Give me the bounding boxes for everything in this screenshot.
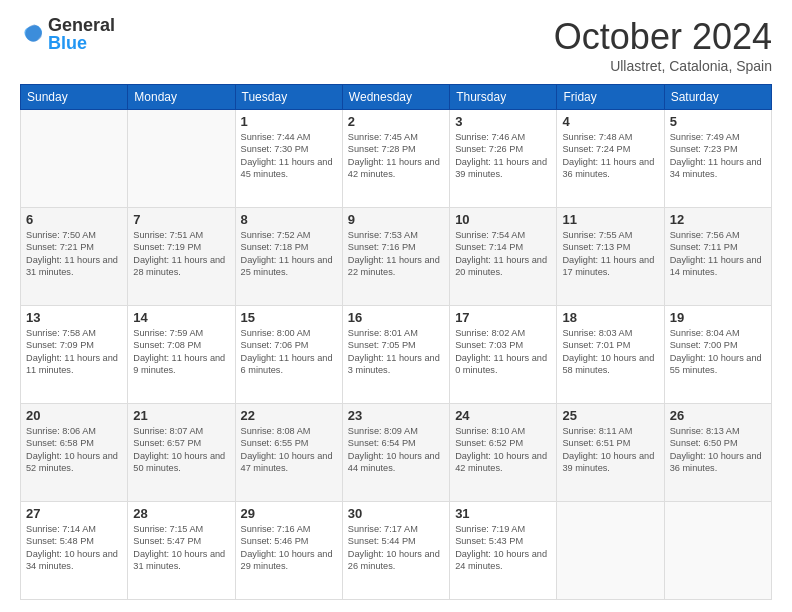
daylight-hours: Daylight: 10 hours and 24 minutes. (455, 549, 547, 571)
daylight-hours: Daylight: 10 hours and 55 minutes. (670, 353, 762, 375)
day-info: Sunrise: 7:48 AM Sunset: 7:24 PM Dayligh… (562, 131, 658, 181)
logo-general: General (48, 16, 115, 34)
table-row (557, 502, 664, 600)
sunrise-time: Sunrise: 8:02 AM (455, 328, 525, 338)
sunset-time: Sunset: 5:47 PM (133, 536, 201, 546)
sunset-time: Sunset: 7:03 PM (455, 340, 523, 350)
col-monday: Monday (128, 85, 235, 110)
day-info: Sunrise: 7:55 AM Sunset: 7:13 PM Dayligh… (562, 229, 658, 279)
day-number: 25 (562, 408, 658, 423)
daylight-hours: Daylight: 10 hours and 47 minutes. (241, 451, 333, 473)
sunset-time: Sunset: 7:13 PM (562, 242, 630, 252)
day-number: 2 (348, 114, 444, 129)
sunrise-time: Sunrise: 8:10 AM (455, 426, 525, 436)
table-row: 20 Sunrise: 8:06 AM Sunset: 6:58 PM Dayl… (21, 404, 128, 502)
sunset-time: Sunset: 7:26 PM (455, 144, 523, 154)
daylight-hours: Daylight: 11 hours and 34 minutes. (670, 157, 762, 179)
day-info: Sunrise: 7:15 AM Sunset: 5:47 PM Dayligh… (133, 523, 229, 573)
day-info: Sunrise: 7:45 AM Sunset: 7:28 PM Dayligh… (348, 131, 444, 181)
sunrise-time: Sunrise: 7:55 AM (562, 230, 632, 240)
table-row: 29 Sunrise: 7:16 AM Sunset: 5:46 PM Dayl… (235, 502, 342, 600)
sunrise-time: Sunrise: 7:14 AM (26, 524, 96, 534)
col-thursday: Thursday (450, 85, 557, 110)
col-sunday: Sunday (21, 85, 128, 110)
table-row: 12 Sunrise: 7:56 AM Sunset: 7:11 PM Dayl… (664, 208, 771, 306)
day-number: 10 (455, 212, 551, 227)
sunrise-time: Sunrise: 7:44 AM (241, 132, 311, 142)
sunrise-time: Sunrise: 8:08 AM (241, 426, 311, 436)
sunset-time: Sunset: 7:23 PM (670, 144, 738, 154)
sunset-time: Sunset: 7:14 PM (455, 242, 523, 252)
table-row: 23 Sunrise: 8:09 AM Sunset: 6:54 PM Dayl… (342, 404, 449, 502)
sunset-time: Sunset: 6:57 PM (133, 438, 201, 448)
col-tuesday: Tuesday (235, 85, 342, 110)
col-wednesday: Wednesday (342, 85, 449, 110)
day-info: Sunrise: 8:00 AM Sunset: 7:06 PM Dayligh… (241, 327, 337, 377)
title-section: October 2024 Ullastret, Catalonia, Spain (554, 16, 772, 74)
sunset-time: Sunset: 7:05 PM (348, 340, 416, 350)
table-row: 27 Sunrise: 7:14 AM Sunset: 5:48 PM Dayl… (21, 502, 128, 600)
subtitle: Ullastret, Catalonia, Spain (554, 58, 772, 74)
sunrise-time: Sunrise: 7:50 AM (26, 230, 96, 240)
sunset-time: Sunset: 7:30 PM (241, 144, 309, 154)
sunrise-time: Sunrise: 8:00 AM (241, 328, 311, 338)
sunset-time: Sunset: 5:43 PM (455, 536, 523, 546)
day-info: Sunrise: 7:16 AM Sunset: 5:46 PM Dayligh… (241, 523, 337, 573)
day-info: Sunrise: 7:14 AM Sunset: 5:48 PM Dayligh… (26, 523, 122, 573)
logo-icon (20, 22, 44, 46)
table-row: 11 Sunrise: 7:55 AM Sunset: 7:13 PM Dayl… (557, 208, 664, 306)
sunrise-time: Sunrise: 7:17 AM (348, 524, 418, 534)
daylight-hours: Daylight: 11 hours and 31 minutes. (26, 255, 118, 277)
day-number: 23 (348, 408, 444, 423)
table-row (664, 502, 771, 600)
daylight-hours: Daylight: 10 hours and 58 minutes. (562, 353, 654, 375)
sunrise-time: Sunrise: 7:49 AM (670, 132, 740, 142)
day-number: 6 (26, 212, 122, 227)
daylight-hours: Daylight: 11 hours and 6 minutes. (241, 353, 333, 375)
sunrise-time: Sunrise: 7:48 AM (562, 132, 632, 142)
day-info: Sunrise: 8:09 AM Sunset: 6:54 PM Dayligh… (348, 425, 444, 475)
table-row: 7 Sunrise: 7:51 AM Sunset: 7:19 PM Dayli… (128, 208, 235, 306)
day-number: 1 (241, 114, 337, 129)
daylight-hours: Daylight: 11 hours and 9 minutes. (133, 353, 225, 375)
daylight-hours: Daylight: 11 hours and 3 minutes. (348, 353, 440, 375)
sunset-time: Sunset: 7:09 PM (26, 340, 94, 350)
sunset-time: Sunset: 7:18 PM (241, 242, 309, 252)
sunset-time: Sunset: 7:28 PM (348, 144, 416, 154)
day-info: Sunrise: 7:59 AM Sunset: 7:08 PM Dayligh… (133, 327, 229, 377)
calendar-week-row: 13 Sunrise: 7:58 AM Sunset: 7:09 PM Dayl… (21, 306, 772, 404)
sunset-time: Sunset: 5:44 PM (348, 536, 416, 546)
day-number: 22 (241, 408, 337, 423)
daylight-hours: Daylight: 11 hours and 39 minutes. (455, 157, 547, 179)
daylight-hours: Daylight: 10 hours and 29 minutes. (241, 549, 333, 571)
day-number: 19 (670, 310, 766, 325)
day-number: 4 (562, 114, 658, 129)
daylight-hours: Daylight: 11 hours and 36 minutes. (562, 157, 654, 179)
sunset-time: Sunset: 7:06 PM (241, 340, 309, 350)
day-info: Sunrise: 7:54 AM Sunset: 7:14 PM Dayligh… (455, 229, 551, 279)
day-info: Sunrise: 7:53 AM Sunset: 7:16 PM Dayligh… (348, 229, 444, 279)
daylight-hours: Daylight: 10 hours and 36 minutes. (670, 451, 762, 473)
daylight-hours: Daylight: 11 hours and 11 minutes. (26, 353, 118, 375)
page: General Blue October 2024 Ullastret, Cat… (0, 0, 792, 612)
day-info: Sunrise: 7:49 AM Sunset: 7:23 PM Dayligh… (670, 131, 766, 181)
day-number: 7 (133, 212, 229, 227)
day-info: Sunrise: 7:58 AM Sunset: 7:09 PM Dayligh… (26, 327, 122, 377)
table-row: 10 Sunrise: 7:54 AM Sunset: 7:14 PM Dayl… (450, 208, 557, 306)
sunrise-time: Sunrise: 8:04 AM (670, 328, 740, 338)
sunrise-time: Sunrise: 8:03 AM (562, 328, 632, 338)
table-row: 9 Sunrise: 7:53 AM Sunset: 7:16 PM Dayli… (342, 208, 449, 306)
sunset-time: Sunset: 7:19 PM (133, 242, 201, 252)
day-info: Sunrise: 8:11 AM Sunset: 6:51 PM Dayligh… (562, 425, 658, 475)
day-number: 26 (670, 408, 766, 423)
daylight-hours: Daylight: 11 hours and 25 minutes. (241, 255, 333, 277)
sunset-time: Sunset: 6:54 PM (348, 438, 416, 448)
sunset-time: Sunset: 7:24 PM (562, 144, 630, 154)
calendar-week-row: 27 Sunrise: 7:14 AM Sunset: 5:48 PM Dayl… (21, 502, 772, 600)
sunrise-time: Sunrise: 7:52 AM (241, 230, 311, 240)
col-friday: Friday (557, 85, 664, 110)
day-number: 31 (455, 506, 551, 521)
daylight-hours: Daylight: 10 hours and 52 minutes. (26, 451, 118, 473)
table-row: 14 Sunrise: 7:59 AM Sunset: 7:08 PM Dayl… (128, 306, 235, 404)
daylight-hours: Daylight: 11 hours and 14 minutes. (670, 255, 762, 277)
